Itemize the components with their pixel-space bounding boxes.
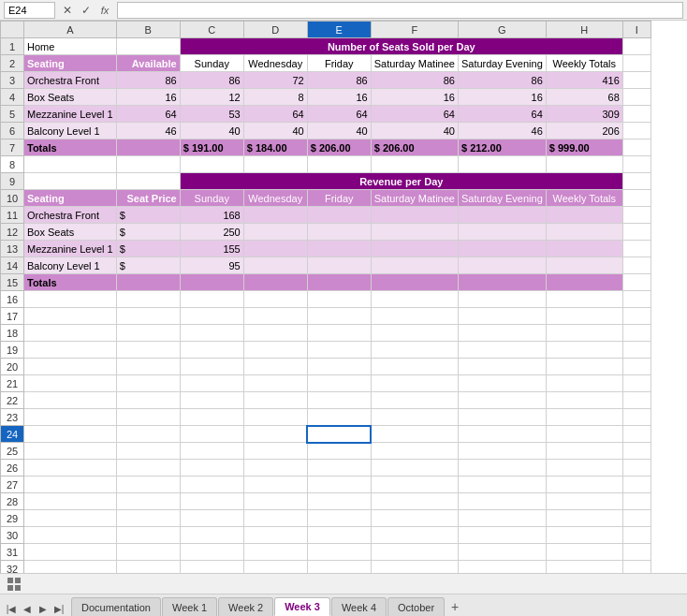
cell-d10[interactable]: Wednesday	[243, 190, 307, 207]
cell-h7[interactable]: $ 999.00	[546, 139, 622, 156]
next-sheet-arrow[interactable]: ▶	[36, 601, 51, 616]
cell-b8[interactable]	[116, 156, 180, 173]
cell-e6[interactable]: 40	[307, 123, 371, 139]
cell-a13[interactable]: Mezzanine Level 1	[24, 241, 117, 257]
cell-i7[interactable]	[622, 139, 650, 156]
cell-h4[interactable]: 68	[546, 89, 622, 106]
col-header-a[interactable]: A	[24, 22, 117, 38]
cell-c8[interactable]	[180, 156, 243, 173]
tab-week4[interactable]: Week 4	[331, 597, 387, 616]
cell-b14-dollar[interactable]: $	[116, 257, 180, 274]
first-sheet-arrow[interactable]: |◀	[4, 601, 19, 616]
cell-i4[interactable]	[622, 89, 650, 106]
cell-b2[interactable]: Available	[116, 55, 180, 72]
cell-g3[interactable]: 86	[458, 72, 546, 89]
cell-e8[interactable]	[307, 156, 371, 173]
cell-f15[interactable]	[371, 274, 458, 291]
cell-b5[interactable]: 64	[116, 106, 180, 123]
cell-a6[interactable]: Balcony Level 1	[24, 123, 117, 139]
tab-documentation[interactable]: Documentation	[71, 597, 161, 616]
cell-i3[interactable]	[622, 72, 650, 89]
cell-h3[interactable]: 416	[546, 72, 622, 89]
cell-i9[interactable]	[622, 173, 650, 190]
cell-i15[interactable]	[622, 274, 650, 291]
cell-c10[interactable]: Sunday	[180, 190, 243, 207]
cell-h13[interactable]	[546, 241, 622, 257]
cell-g11[interactable]	[458, 207, 546, 224]
cell-h2[interactable]: Weekly Totals	[546, 55, 622, 72]
cell-f4[interactable]: 16	[371, 89, 458, 106]
cell-e14[interactable]	[307, 257, 371, 274]
cell-g4[interactable]: 16	[458, 89, 546, 106]
selected-cell-e24[interactable]	[307, 426, 371, 443]
cell-h11[interactable]	[546, 207, 622, 224]
cell-h14[interactable]	[546, 257, 622, 274]
cell-i11[interactable]	[622, 207, 650, 224]
cell-g13[interactable]	[458, 241, 546, 257]
tab-week1[interactable]: Week 1	[162, 597, 217, 616]
cell-f13[interactable]	[371, 241, 458, 257]
cell-a10[interactable]: Seating	[24, 190, 117, 207]
col-header-g[interactable]: G	[458, 22, 546, 38]
cell-a1[interactable]: Home	[24, 38, 117, 55]
last-sheet-arrow[interactable]: ▶|	[51, 601, 66, 616]
cell-d5[interactable]: 64	[243, 106, 307, 123]
cell-c6[interactable]: 40	[180, 123, 243, 139]
cell-b10[interactable]: Seat Price	[116, 190, 180, 207]
cell-b15[interactable]	[116, 274, 180, 291]
cancel-icon[interactable]: ✕	[59, 2, 76, 19]
cell-g15[interactable]	[458, 274, 546, 291]
cell-e13[interactable]	[307, 241, 371, 257]
cell-e10[interactable]: Friday	[307, 190, 371, 207]
prev-sheet-arrow[interactable]: ◀	[20, 601, 35, 616]
cell-d14[interactable]	[243, 257, 307, 274]
col-header-c[interactable]: C	[180, 22, 243, 38]
cell-a12[interactable]: Box Seats	[24, 224, 117, 241]
tab-week2[interactable]: Week 2	[218, 597, 273, 616]
col-header-b[interactable]: B	[116, 22, 180, 38]
cell-b6[interactable]: 46	[116, 123, 180, 139]
grid-view-icon[interactable]	[6, 576, 22, 593]
cell-f10[interactable]: Saturday Matinee	[371, 190, 458, 207]
cell-i1[interactable]	[622, 38, 650, 55]
cell-i6[interactable]	[622, 123, 650, 139]
cell-f14[interactable]	[371, 257, 458, 274]
cell-c7[interactable]: $ 191.00	[180, 139, 243, 156]
add-sheet-button[interactable]: +	[446, 597, 464, 616]
cell-e4[interactable]: 16	[307, 89, 371, 106]
cell-c4[interactable]: 12	[180, 89, 243, 106]
cell-b14-price[interactable]: 95	[180, 257, 243, 274]
cell-a14[interactable]: Balcony Level 1	[24, 257, 117, 274]
confirm-icon[interactable]: ✓	[78, 2, 95, 19]
cell-h8[interactable]	[546, 156, 622, 173]
col-header-h[interactable]: H	[546, 22, 622, 38]
cell-h5[interactable]: 309	[546, 106, 622, 123]
cell-d2[interactable]: Wednesday	[243, 55, 307, 72]
cell-e2[interactable]: Friday	[307, 55, 371, 72]
cell-b11-dollar[interactable]: $	[116, 207, 180, 224]
tab-week3[interactable]: Week 3	[274, 597, 330, 616]
cell-d15[interactable]	[243, 274, 307, 291]
cell-d7[interactable]: $ 184.00	[243, 139, 307, 156]
cell-a4[interactable]: Box Seats	[24, 89, 117, 106]
cell-b11-price[interactable]: 168	[180, 207, 243, 224]
cell-d12[interactable]	[243, 224, 307, 241]
col-header-e[interactable]: E	[307, 22, 371, 38]
tab-october[interactable]: October	[387, 597, 445, 616]
col-header-f[interactable]: F	[371, 22, 458, 38]
cell-b13-price[interactable]: 155	[180, 241, 243, 257]
formula-input[interactable]	[117, 2, 683, 19]
cell-g7[interactable]: $ 212.00	[458, 139, 546, 156]
cell-f6[interactable]: 40	[371, 123, 458, 139]
cell-d13[interactable]	[243, 241, 307, 257]
cell-g10[interactable]: Saturday Evening	[458, 190, 546, 207]
cell-a8[interactable]	[24, 156, 117, 173]
cell-g2[interactable]: Saturday Evening	[458, 55, 546, 72]
cell-b9[interactable]	[116, 173, 180, 190]
cell-i8[interactable]	[622, 156, 650, 173]
cell-c3[interactable]: 86	[180, 72, 243, 89]
cell-a9[interactable]	[24, 173, 117, 190]
cell-c5[interactable]: 53	[180, 106, 243, 123]
cell-g5[interactable]: 64	[458, 106, 546, 123]
cell-e12[interactable]	[307, 224, 371, 241]
